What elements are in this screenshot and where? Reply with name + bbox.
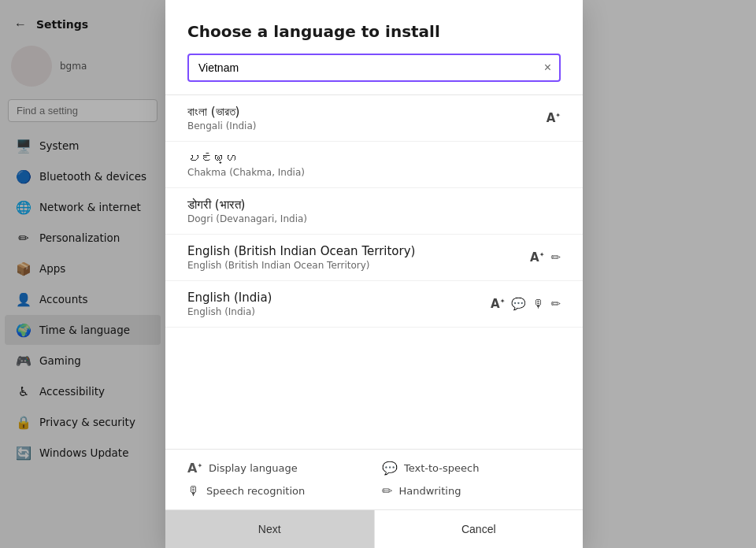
feature-handwriting-icon: ✏ <box>382 483 392 498</box>
language-list: বাংলা (ভারত) Bengali (India) A✦ 𑄌𑄋𑄴𑄟𑄳𑄦 C… <box>165 94 583 449</box>
feature-legend: A✦Display language💬Text-to-speech🎙Speech… <box>165 449 583 509</box>
feature-legend-item: 🎙Speech recognition <box>187 483 366 498</box>
search-clear-button[interactable]: × <box>536 57 559 78</box>
lang-native-name: বাংলা (ভারত) <box>187 105 561 119</box>
feature-display-icon: A✦ <box>187 461 202 476</box>
dialog-footer: Next Cancel <box>165 509 583 548</box>
lang-native-name: डोगरी (भारत) <box>187 198 561 212</box>
feature-legend-item: ✏Handwriting <box>382 483 561 498</box>
display-lang-icon: A✦ <box>547 111 561 125</box>
next-button[interactable]: Next <box>165 510 374 548</box>
handwriting-icon: ✏ <box>550 250 561 265</box>
language-list-item[interactable]: 𑄌𑄋𑄴𑄟𑄳𑄦 Chakma (Chakma, India) <box>165 142 583 188</box>
feature-legend-item: A✦Display language <box>187 461 366 476</box>
language-list-item[interactable]: डोगरी (भारत) Dogri (Devanagari, India) <box>165 188 583 235</box>
language-list-item[interactable]: বাংলা (ভারত) Bengali (India) A✦ <box>165 95 583 142</box>
dialog-search-wrap: × <box>187 54 561 82</box>
feature-tts-icon: 💬 <box>382 461 398 476</box>
lang-english-name: Dogri (Devanagari, India) <box>187 213 561 224</box>
language-search-input[interactable] <box>189 55 536 80</box>
lang-feature-icons: A✦💬🎙✏ <box>491 297 561 311</box>
feature-speech-icon: 🎙 <box>187 483 200 498</box>
tts-icon: 💬 <box>511 297 526 311</box>
language-list-item[interactable]: English (India) English (India) A✦💬🎙✏ <box>165 281 583 328</box>
feature-label: Text-to-speech <box>404 462 479 474</box>
display-lang-icon: A✦ <box>530 250 544 265</box>
lang-feature-icons: A✦ <box>547 111 561 125</box>
lang-english-name: English (British Indian Ocean Territory) <box>187 260 561 271</box>
dialog-title: Choose a language to install <box>187 22 561 41</box>
feature-label: Display language <box>209 462 298 474</box>
feature-label: Handwriting <box>398 485 461 497</box>
cancel-button[interactable]: Cancel <box>374 510 584 548</box>
display-lang-icon: A✦ <box>491 297 505 311</box>
lang-native-name: English (British Indian Ocean Territory) <box>187 244 561 258</box>
handwriting-icon: ✏ <box>550 297 561 311</box>
feature-label: Speech recognition <box>206 485 305 497</box>
feature-legend-item: 💬Text-to-speech <box>382 461 561 476</box>
lang-english-name: Chakma (Chakma, India) <box>187 167 561 178</box>
dialog-header: Choose a language to install × <box>165 0 583 94</box>
speech-icon: 🎙 <box>532 297 544 311</box>
language-dialog: Choose a language to install × বাংলা (ভা… <box>165 0 583 548</box>
language-list-item[interactable]: English (British Indian Ocean Territory)… <box>165 235 583 281</box>
lang-feature-icons: A✦✏ <box>530 250 561 265</box>
lang-english-name: Bengali (India) <box>187 120 561 131</box>
lang-native-name: 𑄌𑄋𑄴𑄟𑄳𑄦 <box>187 151 561 165</box>
